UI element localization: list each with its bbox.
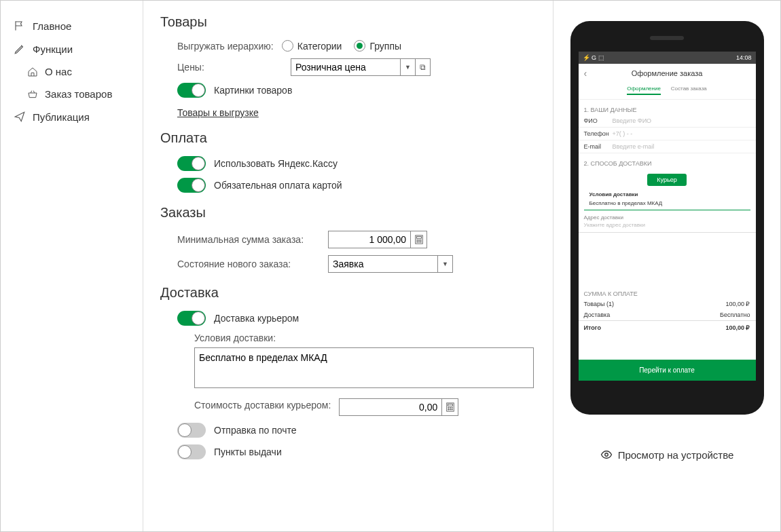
- send-icon: [14, 111, 26, 123]
- summary-delivery: ДоставкаБесплатно: [579, 309, 756, 320]
- svg-rect-9: [448, 404, 452, 406]
- radio-label: Группы: [369, 41, 401, 52]
- sidebar-label: О нас: [45, 66, 72, 77]
- toggle-card[interactable]: [177, 178, 206, 193]
- svg-point-4: [420, 240, 420, 240]
- calc-button[interactable]: [441, 399, 458, 415]
- cost-field[interactable]: [339, 398, 458, 416]
- svg-point-2: [416, 240, 417, 240]
- addr-placeholder: Укажите адрес доставки: [579, 222, 756, 233]
- toggle-yandex[interactable]: [177, 156, 206, 171]
- main-content: Товары Выгружать иерархию: Категории Гру…: [143, 1, 553, 531]
- sidebar-label: Функции: [33, 43, 73, 55]
- preview-link-label: Просмотр на устройстве: [618, 449, 734, 461]
- status-time: 14:08: [736, 54, 752, 61]
- field-phone: Телефон+7( ) - -: [579, 128, 756, 140]
- sidebar-item-functions[interactable]: Функции: [11, 37, 132, 60]
- sidebar-label: Публикация: [33, 111, 90, 123]
- toggle-pickup[interactable]: [177, 444, 206, 459]
- conditions-label: Условия доставки:: [194, 332, 526, 343]
- cost-input[interactable]: [340, 399, 441, 415]
- svg-point-14: [450, 409, 450, 410]
- radio-groups[interactable]: Группы: [354, 40, 401, 52]
- pencil-icon: [14, 43, 26, 55]
- toggle-images[interactable]: [177, 83, 206, 98]
- dropdown-button[interactable]: ▼: [437, 256, 452, 272]
- svg-rect-1: [416, 237, 421, 239]
- home-icon: [27, 66, 38, 77]
- svg-point-3: [418, 240, 419, 240]
- back-icon: ‹: [584, 68, 587, 79]
- field-email: E-mailВведите e-mail: [579, 140, 756, 153]
- sidebar-item-main[interactable]: Главное: [11, 14, 132, 37]
- section-your-data: 1. ВАШИ ДАННЫЕ: [579, 100, 756, 115]
- cost-label: Стоимость доставки курьером:: [194, 400, 331, 411]
- cond-title: Условия доставки: [584, 190, 750, 199]
- tab-cart: Состав заказа: [671, 86, 707, 95]
- field-fio: ФИОВведите ФИО: [579, 115, 756, 128]
- sidebar: Главное Функции О нас Заказ товаров Публ…: [1, 1, 143, 531]
- section-payment-title: Оплата: [160, 130, 526, 146]
- sidebar-item-orders[interactable]: Заказ товаров: [11, 83, 132, 105]
- svg-point-12: [452, 407, 452, 408]
- eye-icon: [600, 449, 613, 461]
- toggle-label: Пункты выдачи: [214, 446, 282, 457]
- section-delivery-method: 2. СПОСОБ ДОСТАВКИ: [579, 153, 756, 168]
- sidebar-item-about[interactable]: О нас: [11, 60, 132, 83]
- toggle-post[interactable]: [177, 423, 206, 438]
- toggle-label: Использовать Яндекс.Кассу: [214, 158, 338, 169]
- screen-header: ‹ Оформление заказа: [579, 64, 756, 83]
- conditions-textarea[interactable]: Бесплатно в пределах МКАД: [194, 347, 534, 388]
- summary-goods: Товары (1)100,00 ₽: [579, 299, 756, 309]
- dropdown-button[interactable]: ▼: [400, 59, 415, 75]
- sidebar-label: Главное: [33, 20, 71, 32]
- tab-checkout: Оформление: [627, 86, 661, 95]
- toggle-label: Обязательная оплата картой: [214, 180, 342, 191]
- section-products-title: Товары: [160, 14, 526, 30]
- minsum-input[interactable]: [329, 231, 410, 248]
- state-input[interactable]: [329, 256, 437, 272]
- sidebar-item-publish[interactable]: Публикация: [11, 105, 132, 128]
- state-dropdown[interactable]: ▼: [328, 255, 453, 273]
- toggle-label: Доставка курьером: [214, 313, 299, 324]
- preview-panel: ⚡ G ⬚ 14:08 ‹ Оформление заказа Оформлен…: [553, 1, 780, 531]
- svg-point-15: [452, 409, 452, 410]
- summary-total: Итого100,00 ₽: [579, 320, 756, 333]
- minsum-label: Минимальная сумма заказа:: [177, 234, 320, 245]
- basket-icon: [27, 89, 38, 100]
- status-bar: ⚡ G ⬚ 14:08: [579, 52, 756, 64]
- prices-label: Цены:: [177, 62, 283, 73]
- pay-button: Перейти к оплате: [579, 360, 756, 381]
- prices-input[interactable]: [291, 59, 400, 75]
- courier-chip: Курьер: [647, 174, 686, 186]
- flag-icon: [14, 20, 26, 32]
- radio-icon: [282, 40, 293, 52]
- status-left: ⚡ G ⬚: [583, 54, 604, 61]
- svg-point-16: [604, 453, 608, 457]
- sidebar-label: Заказ товаров: [45, 88, 112, 100]
- hierarchy-radios: Категории Группы: [282, 40, 401, 52]
- phone-speaker: [650, 36, 684, 40]
- calculator-icon: [446, 402, 455, 412]
- screen-title: Оформление заказа: [632, 69, 703, 77]
- toggle-label: Отправка по почте: [214, 425, 297, 436]
- calc-button[interactable]: [410, 231, 426, 248]
- section-orders-title: Заказы: [160, 205, 526, 221]
- phone-screen: ⚡ G ⬚ 14:08 ‹ Оформление заказа Оформлен…: [579, 52, 756, 381]
- svg-point-13: [448, 409, 449, 410]
- cond-text: Бесплатно в пределах МКАД: [584, 199, 750, 210]
- preview-on-device-link[interactable]: Просмотр на устройстве: [600, 449, 734, 461]
- sum-title: СУММА К ОПЛАТЕ: [579, 284, 756, 299]
- minsum-field[interactable]: [328, 231, 427, 248]
- export-link[interactable]: Товары к выгрузке: [177, 107, 259, 118]
- radio-categories[interactable]: Категории: [282, 40, 342, 52]
- radio-label: Категории: [297, 41, 342, 52]
- svg-point-5: [416, 242, 417, 242]
- prices-dropdown[interactable]: ▼ ⧉: [291, 58, 431, 76]
- svg-point-11: [450, 407, 450, 408]
- external-button[interactable]: ⧉: [415, 59, 430, 75]
- svg-point-7: [420, 242, 420, 242]
- section-delivery-title: Доставка: [160, 285, 526, 301]
- external-icon: ⧉: [420, 62, 426, 72]
- toggle-courier[interactable]: [177, 311, 206, 326]
